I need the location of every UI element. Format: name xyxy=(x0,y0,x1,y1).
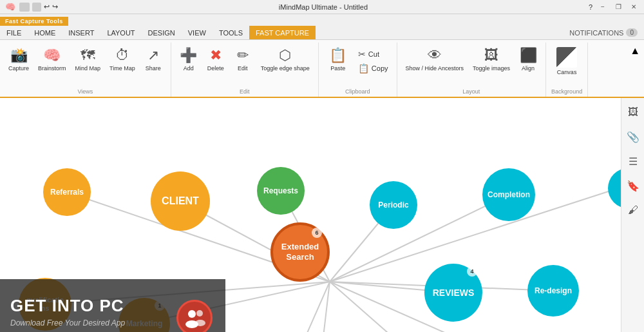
rt-list-button[interactable]: ☰ xyxy=(624,152,642,170)
paste-button[interactable]: 📋 Paste xyxy=(324,45,352,73)
window-controls: ? − ❐ ✕ xyxy=(589,3,639,12)
toggle-edge-label: Toggle edge shape xyxy=(261,65,310,72)
rt-image-button[interactable]: 🖼 xyxy=(624,103,642,121)
tab-tools[interactable]: TOOLS xyxy=(213,26,249,39)
copy-label: Copy xyxy=(372,64,388,72)
rt-bookmark-button[interactable]: 🔖 xyxy=(624,177,642,195)
toggle-images-label: Toggle images xyxy=(473,65,510,72)
share-button[interactable]: ↗ Share xyxy=(141,45,166,73)
title-bar-left: 🧠 ↩ ↪ xyxy=(5,2,58,12)
node-badge-reviews: 4 xyxy=(467,266,477,277)
share-label: Share xyxy=(146,65,161,72)
edit-icon: ✏ xyxy=(237,47,249,64)
tab-view[interactable]: VIEW xyxy=(182,26,213,39)
tab-design[interactable]: DESIGN xyxy=(142,26,182,39)
title-bar-icons: ↩ ↪ xyxy=(19,3,58,12)
show-hide-label: Show / Hide Ancestors xyxy=(406,65,464,72)
toggle-edge-button[interactable]: ⬡ Toggle edge shape xyxy=(258,45,313,73)
add-button[interactable]: ➕ Add xyxy=(176,45,201,73)
svg-line-6 xyxy=(330,195,509,282)
notifications: NOTIFICATIONS 0 xyxy=(569,28,644,37)
tab-layout[interactable]: LAYOUT xyxy=(100,26,141,39)
ribbon-group-edit: ➕ Add ✖ Delete ✏ Edit ⬡ Toggle edge shap… xyxy=(171,43,319,97)
ribbon-group-background: Canvas Background xyxy=(546,43,588,97)
clipboard-label: Clipboard xyxy=(345,87,370,97)
edit-buttons: ➕ Add ✖ Delete ✏ Edit ⬡ Toggle edge shap… xyxy=(176,43,313,87)
brainstorm-label: Brainstorm xyxy=(38,65,66,72)
ribbon-group-layout: 👁 Show / Hide Ancestors 🖼 Toggle images … xyxy=(397,43,547,97)
edit-label: Edit xyxy=(238,65,248,72)
mind-map-button[interactable]: 🗺 Mind Map xyxy=(72,45,104,73)
toggle-images-button[interactable]: 🖼 Toggle images xyxy=(469,45,513,73)
ribbon-collapse[interactable]: ▲ xyxy=(626,43,644,97)
ribbon-group-clipboard: 📋 Paste ✂ Cut 📋 Copy Clipboard xyxy=(319,43,397,97)
time-map-label: Time Map xyxy=(109,65,135,72)
ribbon-group-views: 📸 Capture 🧠 Brainstorm 🗺 Mind Map ⏱ Time… xyxy=(0,43,171,97)
cut-copy-col: ✂ Cut 📋 Copy xyxy=(355,45,392,75)
background-label: Background xyxy=(551,87,582,97)
notifications-label: NOTIFICATIONS xyxy=(569,29,623,37)
app-title: iMindMap Ultimate - Untitled xyxy=(279,3,368,11)
mind-map-label: Mind Map xyxy=(75,65,101,72)
align-label: Align xyxy=(522,65,535,72)
edit-label: Edit xyxy=(240,87,250,97)
canvas-label: Canvas xyxy=(557,69,577,75)
time-map-button[interactable]: ⏱ Time Map xyxy=(106,45,138,73)
capture-button[interactable]: 📸 Capture xyxy=(5,45,32,73)
toggle-edge-icon: ⬡ xyxy=(279,47,291,64)
restore-btn[interactable]: ❐ xyxy=(613,3,623,12)
edit-button[interactable]: ✏ Edit xyxy=(231,45,255,73)
toggle-images-icon: 🖼 xyxy=(484,47,498,64)
menu-bar: FILE HOME INSERT LAYOUT DESIGN VIEW TOOL… xyxy=(0,26,644,40)
align-button[interactable]: ⬛ Align xyxy=(516,45,540,73)
node-requests[interactable]: Requests xyxy=(257,167,305,215)
node-referrals[interactable]: Referrals xyxy=(43,168,91,216)
tab-file[interactable]: FILE xyxy=(0,26,28,39)
notifications-count: 0 xyxy=(626,28,638,37)
tab-insert[interactable]: INSERT xyxy=(62,26,100,39)
canvas-icon xyxy=(556,47,577,68)
minimize-btn[interactable]: − xyxy=(598,3,608,12)
rt-attach-button[interactable]: 📎 xyxy=(624,128,642,146)
svg-point-17 xyxy=(195,320,205,326)
help-btn[interactable]: ? xyxy=(589,3,592,11)
capture-label: Capture xyxy=(8,65,29,72)
close-btn[interactable]: ✕ xyxy=(629,3,639,12)
cut-icon: ✂ xyxy=(358,49,366,59)
right-toolbar: 🖼 📎 ☰ 🔖 🖌 xyxy=(621,98,644,332)
share-icon: ↗ xyxy=(147,47,159,64)
tab-home[interactable]: HOME xyxy=(28,26,62,39)
node-badge: 6 xyxy=(312,228,322,238)
paste-icon: 📋 xyxy=(329,47,346,64)
views-label: Views xyxy=(77,87,93,97)
svg-line-10 xyxy=(330,282,414,332)
svg-point-16 xyxy=(196,310,203,317)
watermark-icon xyxy=(176,300,213,332)
canvas-button[interactable]: Canvas xyxy=(553,45,580,77)
node-completion[interactable]: Completion xyxy=(482,168,535,221)
node-reviews[interactable]: 4 REVIEWS xyxy=(424,264,482,322)
node-redesign[interactable]: Re-design xyxy=(527,265,579,317)
delete-button[interactable]: ✖ Delete xyxy=(204,45,228,73)
node-periodic[interactable]: Periodic xyxy=(370,181,417,229)
svg-line-9 xyxy=(284,282,330,332)
tab-fast-capture[interactable]: FAST CAPTURE xyxy=(249,26,316,39)
rt-paint-button[interactable]: 🖌 xyxy=(624,201,642,219)
watermark: GET INTO PC Download Free Your Desired A… xyxy=(0,279,225,332)
title-bar: 🧠 ↩ ↪ iMindMap Ultimate - Untitled ? − ❐… xyxy=(0,0,644,14)
clipboard-buttons: 📋 Paste ✂ Cut 📋 Copy xyxy=(324,43,392,87)
brainstorm-icon: 🧠 xyxy=(43,47,61,64)
views-buttons: 📸 Capture 🧠 Brainstorm 🗺 Mind Map ⏱ Time… xyxy=(5,43,166,87)
align-icon: ⬛ xyxy=(520,47,537,64)
show-hide-ancestors-button[interactable]: 👁 Show / Hide Ancestors xyxy=(402,45,468,73)
brainstorm-button[interactable]: 🧠 Brainstorm xyxy=(35,45,70,73)
copy-button[interactable]: 📋 Copy xyxy=(355,62,392,75)
delete-icon: ✖ xyxy=(210,47,222,64)
canvas-area: 6 ExtendedSearch CLIENT Referrals qualif… xyxy=(0,98,644,332)
cut-button[interactable]: ✂ Cut xyxy=(355,48,392,61)
show-hide-icon: 👁 xyxy=(428,47,442,64)
node-extended-search[interactable]: 6 ExtendedSearch xyxy=(270,222,330,282)
node-client[interactable]: CLIENT xyxy=(151,171,210,231)
svg-point-14 xyxy=(188,310,196,318)
paste-label: Paste xyxy=(330,65,345,72)
